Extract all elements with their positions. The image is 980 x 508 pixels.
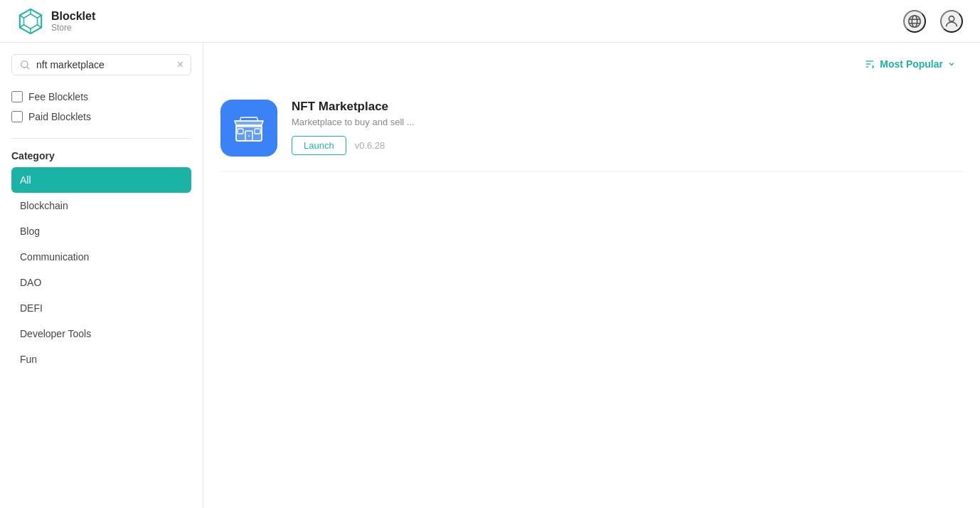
sort-button[interactable]: Most Popular — [857, 54, 963, 74]
product-description: Marketplace to buy and sell ... — [292, 117, 963, 127]
user-button[interactable] — [940, 10, 963, 33]
category-item-fun[interactable]: Fun — [11, 346, 191, 372]
category-item-communication[interactable]: Communication — [11, 244, 191, 270]
sort-label: Most Popular — [880, 58, 943, 70]
category-item-dao[interactable]: DAO — [11, 270, 191, 295]
svg-point-9 — [912, 15, 917, 27]
svg-marker-1 — [24, 14, 38, 28]
blocklet-logo — [17, 8, 44, 35]
category-item-blog[interactable]: Blog — [11, 218, 191, 244]
svg-point-26 — [248, 135, 250, 137]
category-title: Category — [11, 150, 191, 162]
search-icon — [19, 59, 31, 70]
sort-icon — [864, 58, 875, 70]
svg-line-14 — [27, 67, 29, 69]
header-left: Blocklet Store — [17, 8, 95, 35]
category-item-developer-tools[interactable]: Developer Tools — [11, 321, 191, 346]
globe-icon — [907, 14, 922, 29]
product-info: NFT Marketplace Marketplace to buy and s… — [292, 100, 963, 155]
header-right — [903, 10, 963, 33]
layout: × Fee Blocklets Paid Blocklets Category … — [0, 43, 980, 508]
search-input[interactable] — [36, 59, 171, 70]
header-title-group: Blocklet Store — [51, 9, 95, 33]
fee-blocklets-label: Fee Blocklets — [28, 91, 88, 102]
product-card: NFT Marketplace Marketplace to buy and s… — [220, 85, 963, 171]
svg-point-12 — [949, 16, 954, 21]
svg-rect-18 — [236, 125, 262, 141]
product-name: NFT Marketplace — [292, 100, 963, 114]
app-subtitle: Store — [51, 23, 95, 33]
category-list: All Blockchain Blog Communication DAO DE… — [11, 167, 191, 372]
search-bar: × — [11, 54, 191, 75]
app-name: Blocklet — [51, 9, 95, 23]
product-version: v0.6.28 — [355, 140, 385, 151]
paid-blocklets-checkbox[interactable] — [11, 111, 23, 122]
search-clear-button[interactable]: × — [177, 59, 183, 70]
chevron-down-icon — [947, 60, 956, 68]
category-item-all[interactable]: All — [11, 167, 191, 193]
svg-point-8 — [909, 15, 921, 27]
user-icon — [944, 14, 959, 29]
svg-point-13 — [21, 61, 28, 68]
sidebar: × Fee Blocklets Paid Blocklets Category … — [0, 43, 203, 508]
product-actions: Launch v0.6.28 — [292, 136, 963, 155]
product-icon — [220, 100, 277, 157]
sort-bar: Most Popular — [220, 54, 963, 74]
fee-blocklets-checkbox[interactable] — [11, 91, 23, 102]
filter-paid-blocklets[interactable]: Paid Blocklets — [11, 107, 191, 127]
sidebar-divider — [11, 138, 191, 139]
category-item-blockchain[interactable]: Blockchain — [11, 193, 191, 218]
header: Blocklet Store — [0, 0, 980, 43]
category-section: Category All Blockchain Blog Communicati… — [11, 150, 191, 372]
category-item-defi[interactable]: DEFI — [11, 295, 191, 321]
paid-blocklets-label: Paid Blocklets — [28, 111, 91, 122]
storefront-icon — [230, 110, 267, 147]
filter-group: Fee Blocklets Paid Blocklets — [11, 87, 191, 127]
main-content: Most Popular — [203, 43, 980, 508]
product-list: NFT Marketplace Marketplace to buy and s… — [220, 85, 963, 171]
filter-fee-blocklets[interactable]: Fee Blocklets — [11, 87, 191, 107]
launch-button[interactable]: Launch — [292, 136, 346, 155]
globe-button[interactable] — [903, 10, 926, 33]
